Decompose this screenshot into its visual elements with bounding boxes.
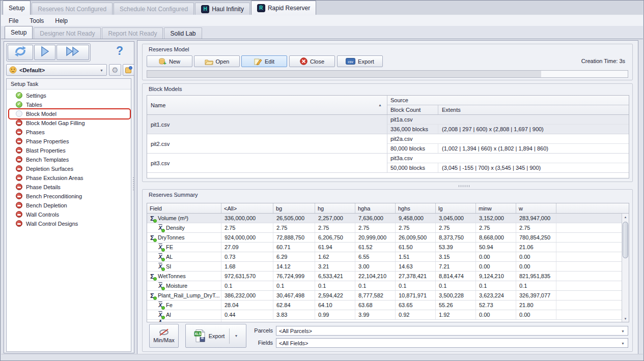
cell-text: 20,999,000 bbox=[358, 234, 386, 240]
block-model-row[interactable]: pit2.csvpit2a.csv80,000 blocks(1,002 | 1… bbox=[147, 134, 629, 154]
scrollbar-thumb[interactable] bbox=[623, 222, 628, 258]
export-button[interactable]: csvExport bbox=[337, 55, 383, 67]
top-tab-schedule-not-configured[interactable]: Schedule Not Configured bbox=[114, 3, 194, 15]
task-item-wall-control-designs[interactable]: Wall Control Designs bbox=[7, 219, 131, 228]
summary-row[interactable]: XAL0.736.291.626.551.513.150.000.00 bbox=[147, 252, 629, 262]
task-label: Block Model Gap Filling bbox=[26, 120, 85, 126]
column-header-name[interactable]: Name ▲ bbox=[147, 96, 387, 114]
cell-text: 27,378,421 bbox=[399, 273, 427, 279]
parcels-dropdown[interactable]: <All Parcels> ▼ bbox=[276, 326, 628, 336]
summary-row[interactable]: ΣDryTonnes924,000,00072,888,7506,206,750… bbox=[147, 233, 629, 243]
field-label: SI bbox=[166, 263, 171, 269]
stage-tab-setup[interactable]: Setup bbox=[5, 26, 33, 39]
task-item-bench-depletion[interactable]: Bench Depletion bbox=[7, 201, 131, 210]
minmax-button[interactable]: Min/Max bbox=[149, 324, 179, 348]
cell-value: 8,814,474 bbox=[436, 272, 476, 281]
column-header-bg[interactable]: bg bbox=[273, 203, 315, 213]
cell-text: 780,854,250 bbox=[519, 234, 550, 240]
column-header-hg[interactable]: hg bbox=[315, 203, 355, 213]
column-header-source[interactable]: Source bbox=[387, 96, 629, 105]
column-header-field[interactable]: Field bbox=[147, 203, 221, 213]
summary-row[interactable]: XFe28.0462.8464.1063.6863.6555.2652.7321… bbox=[147, 300, 629, 310]
refresh-icon bbox=[14, 45, 27, 59]
cell-value: 1.51 bbox=[396, 252, 436, 261]
column-header-extents[interactable]: Extents bbox=[438, 105, 629, 114]
cell-filler bbox=[556, 300, 629, 310]
stage-tab-report-not-ready[interactable]: Report Not Ready bbox=[102, 27, 163, 39]
cell-text: 3.15 bbox=[439, 254, 450, 260]
summary-row[interactable]: ΣWetTonnes972,631,57076,724,9996,533,421… bbox=[147, 272, 629, 281]
top-tab-rapid-reserver[interactable]: RRapid Reserver bbox=[251, 1, 316, 15]
column-header-block-count[interactable]: Block Count bbox=[387, 105, 438, 114]
run-all-button[interactable] bbox=[57, 45, 89, 60]
block-model-row[interactable]: pit1.csvpit1a.csv336,000 blocks(2,008 | … bbox=[147, 115, 629, 134]
menu-item-tools[interactable]: Tools bbox=[24, 16, 49, 25]
task-item-phases[interactable]: Phases bbox=[7, 128, 131, 137]
summary-row[interactable]: XSI1.6814.123.213.0014.637.210.000.00 bbox=[147, 262, 629, 272]
block-model-row[interactable]: pit3.csvpit3a.csv50,000 blocks(3,045 | -… bbox=[147, 154, 629, 173]
scenario-settings-button[interactable]: ⚙ bbox=[109, 64, 121, 76]
summary-row[interactable]: XFE27.0960.7161.9461.5261.5053.3950.9421… bbox=[147, 243, 629, 252]
scroll-up-button[interactable]: ▲ bbox=[622, 214, 629, 220]
task-item-settings[interactable]: Settings bbox=[7, 91, 131, 100]
stage-tab-designer-not-ready[interactable]: Designer Not Ready bbox=[34, 27, 101, 39]
task-item-blast-properties[interactable]: Blast Properties bbox=[7, 146, 131, 155]
summary-row[interactable]: XDensity2.752.752.752.752.752.752.752.75 bbox=[147, 223, 629, 233]
column-header-minw[interactable]: minw bbox=[476, 203, 516, 213]
panel-splitter-handle[interactable] bbox=[142, 184, 633, 188]
refresh-button[interactable] bbox=[8, 45, 33, 60]
cell-block-count: 50,000 blocks bbox=[387, 163, 438, 172]
summary-row[interactable]: XMoisture0.10.10.10.10.10.10.10.1 bbox=[147, 281, 629, 291]
top-tab-haul-infinity[interactable]: HHaul Infinity bbox=[195, 3, 250, 15]
mean-icon: X bbox=[157, 253, 164, 260]
task-item-bench-templates[interactable]: Bench Templates bbox=[7, 155, 131, 164]
task-label: Phase Details bbox=[26, 184, 61, 190]
close-button[interactable]: Close bbox=[289, 55, 335, 67]
run-button[interactable] bbox=[34, 45, 55, 60]
top-tab-setup[interactable]: Setup bbox=[3, 1, 31, 15]
sidebar-splitter-handle[interactable] bbox=[132, 177, 135, 192]
scroll-down-button[interactable]: ▼ bbox=[622, 315, 629, 322]
stage-tab-solid-lab[interactable]: Solid Lab bbox=[164, 27, 202, 39]
column-header-lg[interactable]: lg bbox=[436, 203, 476, 213]
cell-text: 0.1 bbox=[519, 283, 527, 289]
save-layout-button[interactable] bbox=[123, 64, 134, 76]
menu-item-file[interactable]: File bbox=[3, 16, 24, 25]
task-item-block-model[interactable]: Block Model bbox=[7, 109, 131, 118]
cell-text: 0.00 bbox=[479, 263, 490, 269]
task-item-block-model-gap-filling[interactable]: Block Model Gap Filling bbox=[7, 118, 131, 128]
open-button[interactable]: Open bbox=[194, 55, 240, 67]
task-item-phase-exclusion-areas[interactable]: Phase Exclusion Areas bbox=[7, 173, 131, 183]
cell-field: ΣPlant_Rail_Lump_DryT... bbox=[147, 291, 221, 300]
task-item-depletion-surfaces[interactable]: Depletion Surfaces bbox=[7, 164, 131, 173]
top-tab-reserves-not-configured[interactable]: Reserves Not Configured bbox=[32, 3, 113, 15]
column-header-all[interactable]: <All> bbox=[221, 203, 273, 213]
new-button[interactable]: +New bbox=[147, 55, 192, 67]
cell-text: 7,636,000 bbox=[358, 215, 383, 221]
column-header-label: minw bbox=[479, 205, 492, 212]
cell-text: 283,947,000 bbox=[519, 215, 550, 221]
help-icon[interactable]: ? bbox=[116, 44, 123, 58]
button-label: Edit bbox=[265, 58, 274, 65]
scenario-dropdown[interactable]: <Default> ▼ bbox=[6, 64, 107, 76]
menu-item-help[interactable]: Help bbox=[49, 16, 73, 25]
cell-text: 30,467,498 bbox=[276, 292, 304, 298]
cell-value: 0.1 bbox=[315, 281, 355, 290]
cell-text: 6.29 bbox=[276, 254, 287, 260]
column-header-w[interactable]: w bbox=[516, 203, 556, 213]
task-item-phase-details[interactable]: Phase Details bbox=[7, 183, 131, 192]
edit-button[interactable]: Edit bbox=[241, 55, 287, 67]
task-item-wall-controls[interactable]: Wall Controls bbox=[7, 210, 131, 219]
export-xls-button[interactable]: XLS Export ▼ bbox=[185, 324, 246, 348]
task-item-phase-properties[interactable]: Phase Properties bbox=[7, 137, 131, 146]
column-header-hghs[interactable]: hghs bbox=[396, 203, 436, 213]
task-item-bench-preconditioning[interactable]: Bench Preconditioning bbox=[7, 192, 131, 201]
summary-row[interactable]: ΣVolume (m³)336,000,00026,505,0002,257,0… bbox=[147, 214, 629, 223]
summary-row[interactable]: ΣPlant_Rail_Lump_DryT...386,232,00030,46… bbox=[147, 291, 629, 300]
tab-label: Schedule Not Configured bbox=[120, 6, 188, 13]
vertical-scrollbar[interactable]: ▲ ▼ bbox=[622, 214, 629, 322]
summary-row[interactable]: XAl0.443.830.993.990.921.920.000.00 bbox=[147, 310, 629, 320]
blocked-circle-icon bbox=[16, 193, 22, 199]
column-header-hgha[interactable]: hgha bbox=[355, 203, 396, 213]
fields-dropdown[interactable]: <All Fields> ▼ bbox=[276, 338, 628, 348]
